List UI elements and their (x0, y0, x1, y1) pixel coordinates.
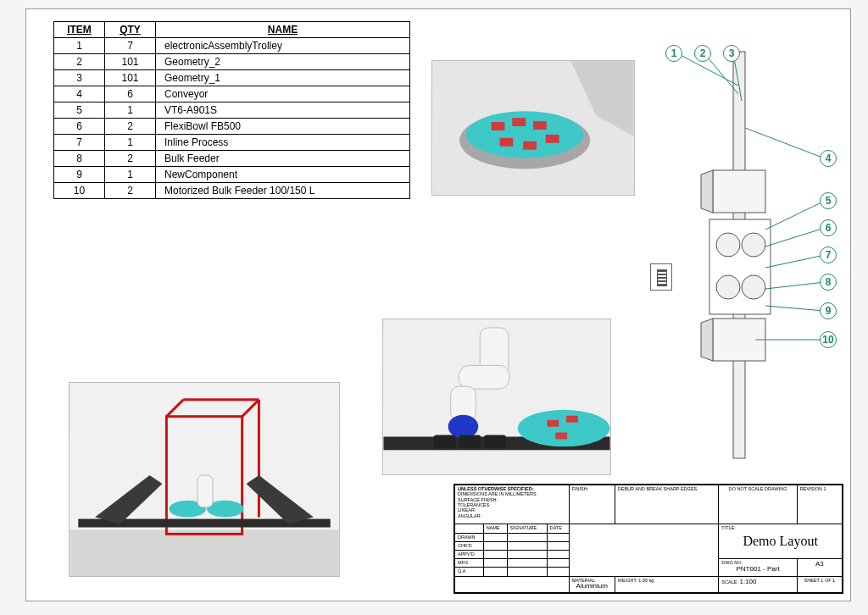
bom-cell-item: 2 (54, 54, 105, 70)
svg-rect-6 (500, 138, 514, 147)
bom-cell-item: 6 (54, 119, 105, 135)
svg-rect-37 (713, 170, 765, 213)
bom-cell-name: Conveyor (156, 86, 410, 102)
bom-cell-qty: 6 (105, 86, 156, 102)
bom-cell-name: VT6-A901S (156, 102, 410, 119)
bom-cell-name: FlexiBowl FB500 (156, 119, 410, 135)
bom-cell-item: 4 (54, 86, 105, 102)
svg-marker-38 (701, 170, 713, 213)
bom-row: 102Motorized Bulk Feeder 100/150 L (54, 183, 410, 199)
tb-dwgno-label: DWG NO. (721, 560, 743, 565)
svg-rect-39 (709, 219, 771, 314)
tb-row-appvd: APPV'D (455, 551, 484, 559)
bom-cell-name: Bulk Feeder (156, 151, 410, 167)
bom-row: 46Conveyor (54, 86, 410, 102)
bom-row: 62FlexiBowl FB500 (54, 119, 410, 135)
svg-point-19 (448, 415, 479, 439)
bom-cell-name: NewComponent (156, 167, 410, 183)
svg-point-43 (742, 275, 765, 299)
balloon-9: 9 (820, 302, 837, 319)
tb-scale-label: SCALE: (721, 579, 738, 585)
svg-line-53 (765, 282, 825, 289)
tb-row-mfg: MFG (455, 559, 484, 568)
bom-cell-name: Inline Process (156, 135, 410, 151)
tb-sheet-label: SHEET 1 OF 1 (804, 578, 836, 583)
bom-cell-name: Motorized Bulk Feeder 100/150 L (156, 183, 410, 199)
drawing-frame: ITEM QTY NAME 17electronicAssemblyTrolle… (25, 8, 851, 601)
svg-rect-22 (484, 435, 506, 449)
bom-cell-item: 5 (54, 102, 105, 119)
tb-row-qa: Q.A (455, 568, 484, 576)
tb-title-value: Demo Layout (721, 525, 839, 549)
bom-cell-item: 7 (54, 135, 105, 151)
bom-cell-qty: 1 (105, 167, 156, 183)
svg-line-49 (745, 128, 825, 158)
bom-row: 51VT6-A901S (54, 102, 410, 119)
bom-row: 3101Geometry_1 (54, 70, 410, 86)
svg-rect-7 (523, 141, 537, 150)
svg-rect-8 (546, 135, 559, 143)
svg-rect-24 (70, 529, 338, 576)
tb-weight-value: 1.00 kg (638, 578, 654, 583)
bom-cell-item: 8 (54, 151, 105, 167)
svg-rect-17 (459, 365, 509, 389)
bom-row: 17electronicAssemblyTrolley (54, 38, 410, 54)
svg-line-52 (765, 255, 825, 268)
tb-finish-label: FINISH: (572, 486, 589, 491)
bom-row: 71Inline Process (54, 135, 410, 151)
tb-sig-date: DATE (547, 524, 569, 533)
tb-row-drawn: DRAWN (455, 533, 484, 541)
svg-rect-4 (512, 118, 526, 126)
svg-rect-14 (566, 416, 578, 423)
svg-rect-20 (434, 435, 456, 449)
bom-cell-qty: 101 (105, 54, 156, 70)
bom-cell-qty: 7 (105, 38, 156, 54)
tb-title-label: TITLE: (721, 525, 736, 530)
tb-sig-name: NAME (483, 524, 507, 533)
bom-cell-item: 9 (54, 167, 105, 183)
render-flexibowl-closeup (431, 60, 635, 196)
svg-point-41 (742, 233, 765, 257)
bom-row: 82Bulk Feeder (54, 151, 410, 167)
svg-rect-13 (547, 420, 559, 427)
render-cell-overview (69, 382, 340, 577)
balloon-7: 7 (820, 247, 837, 263)
bom-row: 91NewComponent (54, 167, 410, 183)
bom-cell-qty: 1 (105, 102, 156, 119)
tb-rev-label: REVISION (800, 486, 822, 491)
bom-cell-qty: 101 (105, 70, 156, 86)
svg-line-54 (765, 306, 825, 311)
bom-header-name: NAME (156, 22, 410, 38)
bom-cell-qty: 2 (105, 183, 156, 199)
svg-rect-3 (492, 122, 505, 130)
bom-cell-name: electronicAssemblyTrolley (156, 38, 410, 54)
tb-weight-label: WEIGHT: (618, 578, 637, 583)
bom-cell-qty: 2 (105, 119, 156, 135)
svg-point-12 (518, 410, 610, 447)
balloon-3: 3 (723, 45, 740, 62)
tb-row-chkd: CHK'D (455, 541, 484, 550)
bom-table: ITEM QTY NAME 17electronicAssemblyTrolle… (53, 21, 410, 199)
tb-debur-label: DEBUR AND BREAK SHARP EDGES (618, 486, 697, 491)
balloon-10: 10 (820, 331, 837, 348)
title-block: UNLESS OTHERWISE SPECIFIED: DIMENSIONS A… (453, 484, 843, 594)
svg-line-50 (765, 201, 825, 230)
bom-cell-name: Geometry_1 (156, 70, 410, 86)
balloon-6: 6 (820, 219, 837, 236)
svg-rect-15 (555, 433, 567, 440)
balloon-4: 4 (820, 150, 837, 167)
balloon-8: 8 (820, 274, 837, 291)
tb-notes-line: ANGULAR: (458, 513, 566, 518)
balloon-1: 1 (665, 45, 682, 62)
bom-cell-qty: 2 (105, 151, 156, 167)
svg-point-40 (716, 233, 740, 257)
bom-header-item: ITEM (54, 22, 105, 38)
balloon-2: 2 (694, 45, 711, 62)
svg-point-42 (716, 275, 740, 299)
bom-cell-name: Geometry_2 (156, 54, 410, 70)
bom-cell-qty: 1 (105, 135, 156, 151)
tb-dns-label: DO NOT SCALE DRAWING (729, 486, 787, 491)
svg-rect-35 (198, 475, 213, 507)
svg-rect-21 (459, 435, 481, 449)
svg-line-51 (765, 228, 825, 247)
